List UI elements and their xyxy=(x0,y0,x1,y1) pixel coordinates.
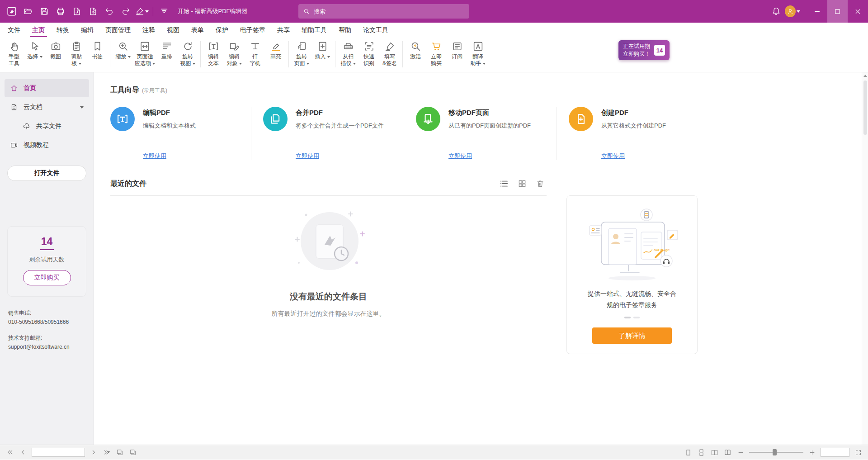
open-file-icon[interactable] xyxy=(20,4,36,19)
ribbon-quick-ocr[interactable]: 快速 识别 xyxy=(359,40,379,68)
ribbon-edit-text[interactable]: 编辑 文本 xyxy=(203,40,224,68)
tool-card-move-pdf-pages[interactable]: 移动PDF页面 从已有的PDF页面创建新的PDF 立即使用 xyxy=(416,107,557,160)
menu-item-paper-tools[interactable]: 论文工具 xyxy=(357,23,394,37)
ribbon-bookmark-tool[interactable]: 书签 xyxy=(87,40,108,61)
support-email-address[interactable]: support@foxitsoftware.cn xyxy=(8,342,85,351)
menu-item-view[interactable]: 视图 xyxy=(161,23,185,37)
ribbon-insert-pages[interactable]: 插入 xyxy=(312,40,333,61)
menu-item-esign[interactable]: 电子签章 xyxy=(234,23,271,37)
zoom-slider-thumb[interactable] xyxy=(773,449,777,455)
use-now-link[interactable]: 立即使用 xyxy=(601,152,666,160)
menu-item-edit[interactable]: 编辑 xyxy=(75,23,99,37)
sidebar-item-shared-files[interactable]: 共享文件 xyxy=(5,117,89,135)
scroll-up-arrow-icon[interactable] xyxy=(863,75,867,77)
zoom-in-button[interactable] xyxy=(807,448,816,457)
carousel-dot[interactable] xyxy=(633,317,640,318)
app-logo-icon[interactable] xyxy=(4,4,19,19)
sidebar-item-video-tutorials[interactable]: 视频教程 xyxy=(5,136,89,154)
vertical-scrollbar[interactable] xyxy=(862,72,868,445)
ribbon-label: 编辑 对象 xyxy=(227,53,240,66)
menu-item-form[interactable]: 表单 xyxy=(185,23,210,37)
learn-more-button[interactable]: 了解详情 xyxy=(592,327,672,344)
tool-card-create-pdf[interactable]: 创建PDF 从其它格式文件创建PDF 立即使用 xyxy=(569,107,710,160)
ribbon-typewriter[interactable]: 打 字机 xyxy=(245,40,265,68)
caret-down-icon xyxy=(40,56,42,58)
menu-item-accessibility[interactable]: 辅助工具 xyxy=(296,23,333,37)
ribbon-edit-object[interactable]: 编辑 对象 xyxy=(224,40,245,68)
previous-page-button[interactable] xyxy=(19,448,28,457)
share-doc-icon[interactable] xyxy=(85,4,101,19)
ribbon-highlight[interactable]: 高亮 xyxy=(265,40,286,61)
ribbon-fit-options[interactable]: 页面适 应选项 xyxy=(133,40,156,68)
single-page-view-icon[interactable] xyxy=(684,448,693,457)
account-avatar[interactable] xyxy=(785,4,800,19)
ribbon-translate-assistant[interactable]: 翻译 助手 xyxy=(467,40,488,68)
first-page-button[interactable] xyxy=(5,448,14,457)
sidebar-item-cloud-docs[interactable]: 云文档 xyxy=(5,98,89,116)
menu-item-help[interactable]: 帮助 xyxy=(333,23,357,37)
search-input[interactable] xyxy=(314,8,465,15)
ribbon-hand-tool[interactable]: 手型 工具 xyxy=(4,40,24,68)
sidebar-item-home[interactable]: 首页 xyxy=(5,79,89,97)
list-view-icon[interactable] xyxy=(499,178,509,189)
export-icon[interactable] xyxy=(69,4,85,19)
scrollbar-thumb[interactable] xyxy=(863,81,867,135)
menu-item-share[interactable]: 共享 xyxy=(271,23,296,37)
caret-down-icon[interactable] xyxy=(80,106,84,109)
carousel-dots[interactable] xyxy=(624,317,640,318)
last-page-button[interactable] xyxy=(102,448,111,457)
open-file-button[interactable]: 打开文件 xyxy=(7,166,86,181)
search-bar[interactable] xyxy=(298,4,469,19)
ribbon-fill-sign[interactable]: 填写 &签名 xyxy=(379,40,400,68)
esign-tool-icon[interactable] xyxy=(134,4,150,19)
tool-card-merge-pdf[interactable]: 合并PDF 将多个文件合并生成一个PDF文件 立即使用 xyxy=(263,107,404,160)
zoom-out-button[interactable] xyxy=(736,448,745,457)
menu-item-page-management[interactable]: 页面管理 xyxy=(99,23,137,37)
ribbon-label: 旋转 视图 xyxy=(180,53,193,66)
ribbon-clipboard-tool[interactable]: 剪贴 板 xyxy=(66,40,87,68)
snapshot-icon[interactable] xyxy=(115,448,124,457)
menu-item-comment[interactable]: 注释 xyxy=(137,23,161,37)
zoom-slider[interactable] xyxy=(749,449,803,456)
redo-icon[interactable] xyxy=(118,4,133,19)
tool-card-edit-pdf[interactable]: 编辑PDF 编辑文档和文本格式 立即使用 xyxy=(110,107,251,160)
carousel-dot-active[interactable] xyxy=(624,317,631,318)
fullscreen-icon[interactable] xyxy=(854,448,863,457)
ribbon-buy-now[interactable]: 立即 购买 xyxy=(426,40,447,68)
minimize-button[interactable] xyxy=(807,0,827,23)
undo-icon[interactable] xyxy=(102,4,117,19)
ribbon-select-tool[interactable]: 选择 xyxy=(24,40,45,61)
buy-now-button[interactable]: 立即购买 xyxy=(23,270,71,285)
page-number-box[interactable] xyxy=(32,448,85,457)
menu-item-home[interactable]: 主页 xyxy=(26,23,51,37)
ribbon-reflow-tool[interactable]: 重排 xyxy=(156,40,177,61)
ribbon-snapshot-tool[interactable]: 截图 xyxy=(45,40,66,61)
ribbon-rotate-view[interactable]: 旋转 视图 xyxy=(177,40,198,68)
zoom-value-box[interactable] xyxy=(821,448,849,457)
facing-view-icon[interactable] xyxy=(710,448,719,457)
ribbon-rotate-pages[interactable]: 旋转 页面 xyxy=(291,40,312,68)
print-icon[interactable] xyxy=(53,4,68,19)
save-icon[interactable] xyxy=(37,4,52,19)
notifications-bell-icon[interactable] xyxy=(769,4,784,19)
next-page-button[interactable] xyxy=(89,448,98,457)
use-now-link[interactable]: 立即使用 xyxy=(296,152,384,160)
use-now-link[interactable]: 立即使用 xyxy=(448,152,531,160)
collapse-ribbon-icon[interactable] xyxy=(156,4,172,19)
menu-item-protect[interactable]: 保护 xyxy=(210,23,234,37)
ribbon-activate[interactable]: 激活 xyxy=(405,40,426,61)
grid-view-icon[interactable] xyxy=(517,178,528,189)
clear-recent-trash-icon[interactable] xyxy=(535,178,546,189)
ribbon-from-scanner[interactable]: 从扫 描仪 xyxy=(338,40,359,68)
trial-buy-badge[interactable]: 正在试用期 立即购买！ 14 xyxy=(618,40,670,60)
menu-item-convert[interactable]: 转换 xyxy=(51,23,75,37)
continuous-view-icon[interactable] xyxy=(697,448,706,457)
ribbon-zoom-tool[interactable]: 缩放 xyxy=(113,40,133,61)
use-now-link[interactable]: 立即使用 xyxy=(143,152,196,160)
ribbon-subscribe[interactable]: 订阅 xyxy=(447,40,467,61)
book-view-icon[interactable] xyxy=(723,448,732,457)
copy-page-icon[interactable] xyxy=(128,448,137,457)
menu-item-file[interactable]: 文件 xyxy=(2,23,26,37)
close-button[interactable] xyxy=(848,0,868,23)
restore-button[interactable] xyxy=(827,0,848,23)
